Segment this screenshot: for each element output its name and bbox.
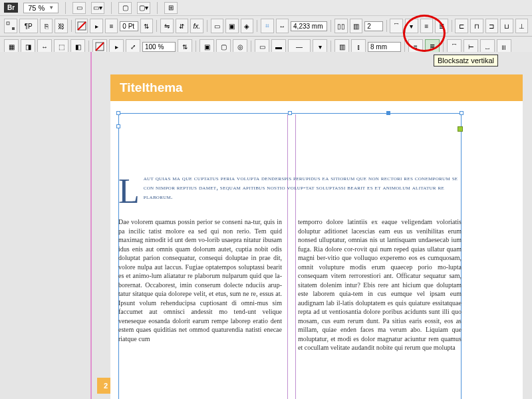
- columns-input[interactable]: 2: [364, 21, 382, 31]
- divider: [331, 41, 331, 53]
- screen-mode-icon[interactable]: ▢: [118, 2, 132, 14]
- intro-text: aut quias ma que cuptatus peria volupta …: [118, 174, 462, 201]
- divider: [157, 2, 158, 14]
- valign-top-icon[interactable]: ⎴: [390, 19, 403, 33]
- divider: [386, 20, 387, 32]
- valign-center-icon[interactable]: ≣: [435, 19, 448, 33]
- body-columns: Dae volorem quamus possin perior se cons…: [118, 217, 462, 352]
- body-col-1: Dae volorem quamus possin perior se cons…: [118, 217, 282, 352]
- spine-guide: [90, 52, 92, 399]
- chain-icon[interactable]: ⛓: [55, 19, 68, 33]
- divider: [452, 20, 452, 32]
- flip-v-icon[interactable]: ⇵: [176, 19, 189, 33]
- view-mode-icon[interactable]: ▭: [72, 2, 86, 14]
- sel-handle-tm[interactable]: [288, 111, 292, 115]
- col-count-icon[interactable]: ▥: [350, 19, 363, 33]
- divider: [71, 20, 72, 32]
- divider: [196, 41, 196, 53]
- sel-handle-tr[interactable]: [460, 111, 464, 115]
- anchor-icon[interactable]: [4, 19, 17, 33]
- align-left-obj-icon[interactable]: ⊏: [455, 19, 468, 33]
- arrange-icon[interactable]: ⊞: [164, 2, 178, 14]
- view-dropdown-icon[interactable]: ▭▾: [91, 2, 104, 14]
- valign-top2-icon[interactable]: ≡: [420, 19, 434, 33]
- divider: [207, 20, 207, 32]
- svg-rect-0: [7, 22, 9, 25]
- no-stroke-icon[interactable]: [75, 19, 88, 33]
- crop-icon[interactable]: ⌗: [261, 19, 274, 33]
- align-center-obj-icon[interactable]: ⊓: [470, 19, 483, 33]
- columns-icon[interactable]: ▯▯: [334, 19, 348, 33]
- flip-h-icon[interactable]: ⇋: [160, 19, 174, 33]
- gutter-mm-input[interactable]: 8 mm: [368, 42, 401, 52]
- divider: [156, 20, 157, 32]
- scale-pct-input[interactable]: 100 %: [142, 42, 176, 52]
- tooltip: Blocksatz vertikal: [434, 55, 498, 66]
- align-v-icon[interactable]: ⊥: [515, 19, 529, 33]
- wrap-shape-icon[interactable]: ◈: [241, 19, 254, 33]
- sel-handle-tl[interactable]: [116, 111, 120, 115]
- overset-indicator[interactable]: [458, 126, 463, 132]
- divider: [88, 41, 89, 53]
- stepper-icon[interactable]: ⇅: [140, 19, 154, 33]
- screen-dropdown-icon[interactable]: ▢▾: [137, 2, 150, 14]
- wrap-none-icon[interactable]: ▭: [211, 19, 224, 33]
- divider: [111, 2, 112, 14]
- stroke-dropdown-icon[interactable]: ▸: [90, 19, 103, 33]
- paragraph-style-icon[interactable]: ¶P: [19, 19, 38, 33]
- divider: [404, 41, 405, 53]
- svg-rect-1: [12, 27, 15, 30]
- page-title: Titelthema: [120, 80, 183, 95]
- divider: [443, 41, 444, 53]
- divider: [331, 20, 331, 32]
- sel-handle-ml[interactable]: [116, 124, 120, 128]
- canvas-area[interactable]: 2 Titelthema L aut quias ma que cuptatus…: [0, 52, 532, 399]
- bridge-badge[interactable]: Br: [4, 3, 18, 13]
- width-mm-input[interactable]: 4,233 mm: [291, 21, 327, 31]
- svg-line-5: [96, 43, 104, 51]
- align-right-obj-icon[interactable]: ⊐: [485, 19, 499, 33]
- link-icon[interactable]: ⎘: [40, 19, 53, 33]
- dropcap: L: [118, 177, 140, 206]
- svg-line-3: [78, 22, 86, 30]
- divider: [257, 20, 257, 32]
- stroke-weight-icon[interactable]: ≡: [105, 19, 118, 33]
- wrap-bounding-icon[interactable]: ▣: [225, 19, 239, 33]
- divider: [65, 2, 66, 14]
- stroke-pt-input[interactable]: 0 Pt: [120, 21, 138, 31]
- sel-handle-ref[interactable]: [386, 111, 390, 115]
- body-col-2: temporro dolore latintiis ex eaque velig…: [298, 217, 462, 352]
- fx-icon[interactable]: fx.: [190, 19, 203, 33]
- valign-dropdown-icon[interactable]: ▾: [405, 19, 418, 33]
- distribute-icon[interactable]: ⊔: [500, 19, 513, 33]
- crop-width-icon[interactable]: ↔: [276, 19, 289, 33]
- document-page[interactable]: Titelthema L aut quias ma que cuptatus p…: [110, 74, 523, 399]
- zoom-dropdown[interactable]: 75 %▼: [23, 3, 59, 13]
- divider: [251, 41, 251, 53]
- header-bar: Titelthema: [110, 74, 523, 101]
- intro-paragraph: L aut quias ma que cuptatus peria volupt…: [118, 174, 462, 206]
